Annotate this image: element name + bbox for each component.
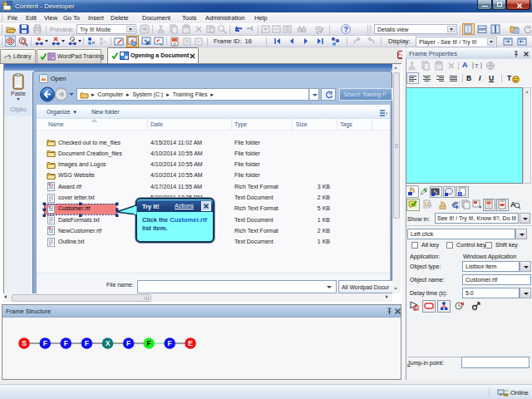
svg-text:F: F — [43, 339, 47, 347]
svg-text:F: F — [126, 339, 131, 347]
svg-text:U: U — [425, 201, 429, 207]
svg-text:F: F — [85, 339, 89, 347]
svg-text:E: E — [188, 339, 193, 347]
svg-text:F: F — [168, 339, 172, 347]
svg-text:?: ? — [344, 25, 349, 33]
svg-text:U: U — [459, 191, 462, 196]
svg-text:F: F — [64, 339, 68, 347]
svg-text:T: T — [475, 62, 479, 70]
svg-text:S: S — [22, 339, 27, 347]
svg-text:X: X — [106, 339, 111, 347]
svg-text:ab: ab — [315, 25, 322, 31]
svg-text:F: F — [146, 339, 150, 347]
